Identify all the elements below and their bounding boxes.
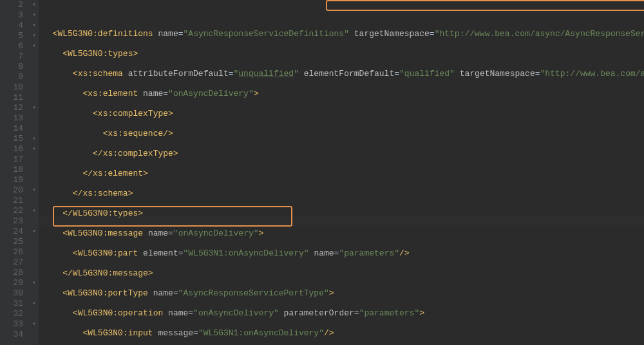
fold-icon[interactable] [30, 309, 39, 319]
fold-icon[interactable]: ▾ [30, 10, 39, 21]
fold-icon[interactable]: ▾ [30, 185, 39, 196]
line-number: 14 [5, 124, 23, 134]
fold-icon[interactable] [30, 288, 39, 299]
line-number: 20 [5, 185, 23, 196]
line-number: 9 [5, 72, 23, 82]
line-number: 15 [5, 134, 23, 144]
line-number: 30 [5, 288, 23, 299]
line-number: 31 [5, 299, 23, 309]
line-number: 3 [5, 10, 23, 21]
fold-icon[interactable] [30, 247, 39, 257]
fold-icon[interactable] [30, 62, 39, 72]
fold-icon[interactable] [30, 72, 39, 82]
line-number: 28 [5, 268, 23, 278]
line-number: 27 [5, 257, 23, 268]
fold-icon[interactable]: ▾ [30, 31, 39, 41]
line-number: 10 [5, 82, 23, 93]
fold-icon[interactable]: ▾ [30, 278, 39, 288]
line-number: 18 [5, 165, 23, 175]
line-number: 26 [5, 247, 23, 257]
fold-icon[interactable] [30, 124, 39, 134]
line-number: 24 [5, 227, 23, 237]
fold-icon[interactable]: ▾ [30, 206, 39, 216]
fold-icon[interactable] [30, 175, 39, 185]
fold-icon[interactable] [30, 93, 39, 103]
fold-icon[interactable] [30, 216, 39, 227]
highlight-box-1 [326, 0, 644, 11]
fold-icon[interactable]: ▾ [30, 103, 39, 113]
line-number: 12 [5, 103, 23, 113]
fold-icon[interactable]: ▾ [30, 41, 39, 51]
line-number-gutter: 2345678910111213141516171819202122232425… [0, 0, 30, 345]
fold-icon[interactable] [30, 268, 39, 278]
line-number: 22 [5, 206, 23, 216]
line-number: 33 [5, 319, 23, 330]
line-number: 13 [5, 113, 23, 124]
line-number: 23 [5, 216, 23, 227]
line-number: 25 [5, 237, 23, 247]
fold-icon[interactable] [30, 51, 39, 62]
code-editor[interactable]: 2345678910111213141516171819202122232425… [0, 0, 644, 345]
line-number: 21 [5, 196, 23, 206]
code-area[interactable]: <WL5G3N0:definitions name="AsyncResponse… [39, 0, 644, 345]
line-number: 19 [5, 175, 23, 185]
fold-icon[interactable]: ▾ [30, 227, 39, 237]
fold-icon[interactable]: ▾ [30, 21, 39, 31]
fold-icon[interactable] [30, 257, 39, 268]
line-number: 8 [5, 62, 23, 72]
fold-icon[interactable]: ▾ [30, 319, 39, 330]
line-number: 6 [5, 41, 23, 51]
fold-icon[interactable]: ▾ [30, 0, 39, 10]
fold-icon[interactable]: ▾ [30, 134, 39, 144]
line-number: 2 [5, 0, 23, 10]
line-number: 16 [5, 144, 23, 154]
fold-icon[interactable] [30, 196, 39, 206]
fold-icon[interactable] [30, 165, 39, 175]
line-number: 4 [5, 21, 23, 31]
line-number: 11 [5, 93, 23, 103]
line-number: 32 [5, 309, 23, 319]
line-number: 34 [5, 330, 23, 340]
line-number: 7 [5, 51, 23, 62]
fold-icon[interactable] [30, 113, 39, 124]
fold-icon[interactable]: ▾ [30, 144, 39, 154]
fold-gutter[interactable]: ▾▾▾▾▾▾▾▾▾▾▾▾▾▾ [30, 0, 39, 345]
line-number: 5 [5, 31, 23, 41]
fold-icon[interactable] [30, 154, 39, 165]
line-number: 29 [5, 278, 23, 288]
line-number: 17 [5, 154, 23, 165]
fold-icon[interactable] [30, 330, 39, 340]
fold-icon[interactable]: ▾ [30, 299, 39, 309]
fold-icon[interactable] [30, 82, 39, 93]
fold-icon[interactable] [30, 237, 39, 247]
